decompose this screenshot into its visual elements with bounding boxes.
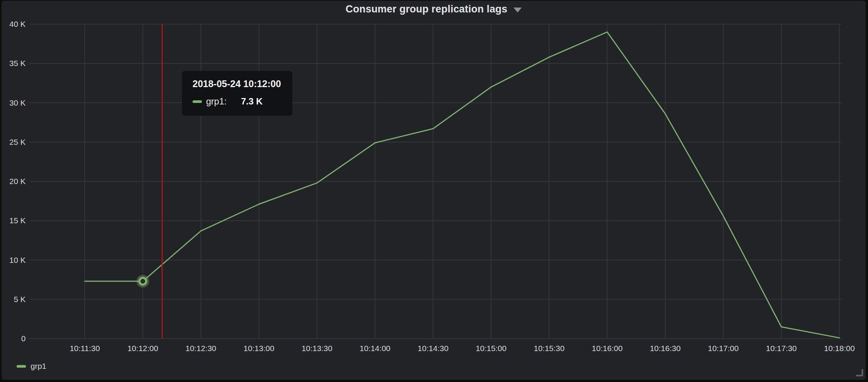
- svg-text:10:11:30: 10:11:30: [70, 344, 100, 353]
- svg-text:5 K: 5 K: [14, 295, 26, 304]
- line-chart-canvas[interactable]: 05 K10 K15 K20 K25 K30 K35 K40 K10:11:30…: [2, 1, 866, 380]
- svg-text:10:17:30: 10:17:30: [766, 344, 797, 353]
- svg-text:30 K: 30 K: [9, 98, 26, 107]
- y-axis-labels: 05 K10 K15 K20 K25 K30 K35 K40 K: [9, 20, 26, 343]
- svg-text:10:12:30: 10:12:30: [185, 344, 216, 353]
- x-axis-labels: 10:11:3010:12:0010:12:3010:13:0010:13:30…: [70, 344, 855, 353]
- svg-text:40 K: 40 K: [9, 20, 26, 28]
- svg-text:25 K: 25 K: [9, 138, 26, 146]
- svg-text:10:14:00: 10:14:00: [360, 344, 391, 353]
- svg-text:10:13:30: 10:13:30: [301, 344, 332, 353]
- graph-panel: Consumer group replication lags 05 K10 K…: [2, 1, 866, 380]
- svg-text:20 K: 20 K: [9, 177, 26, 186]
- svg-text:10:18:00: 10:18:00: [824, 344, 855, 353]
- legend-color-dash-icon: [17, 365, 26, 368]
- svg-text:10:15:00: 10:15:00: [476, 344, 507, 353]
- svg-text:15 K: 15 K: [9, 216, 26, 225]
- svg-text:35 K: 35 K: [9, 59, 26, 68]
- series-line-grp1: [85, 32, 839, 338]
- svg-text:10:12:00: 10:12:00: [127, 344, 158, 353]
- panel-resize-handle-icon[interactable]: [856, 369, 863, 376]
- svg-text:0: 0: [21, 334, 26, 343]
- svg-text:10:16:00: 10:16:00: [592, 344, 623, 353]
- hover-point-marker: [136, 275, 149, 288]
- legend-item-grp1[interactable]: grp1: [17, 362, 46, 371]
- svg-text:10:15:30: 10:15:30: [534, 344, 565, 353]
- svg-text:10:13:00: 10:13:00: [243, 344, 274, 353]
- svg-text:10:17:00: 10:17:00: [708, 344, 739, 353]
- svg-text:10 K: 10 K: [9, 256, 26, 264]
- svg-text:10:16:30: 10:16:30: [650, 344, 681, 353]
- svg-text:10:14:30: 10:14:30: [418, 344, 449, 353]
- grid-lines: [29, 24, 842, 339]
- legend-label: grp1: [31, 362, 46, 371]
